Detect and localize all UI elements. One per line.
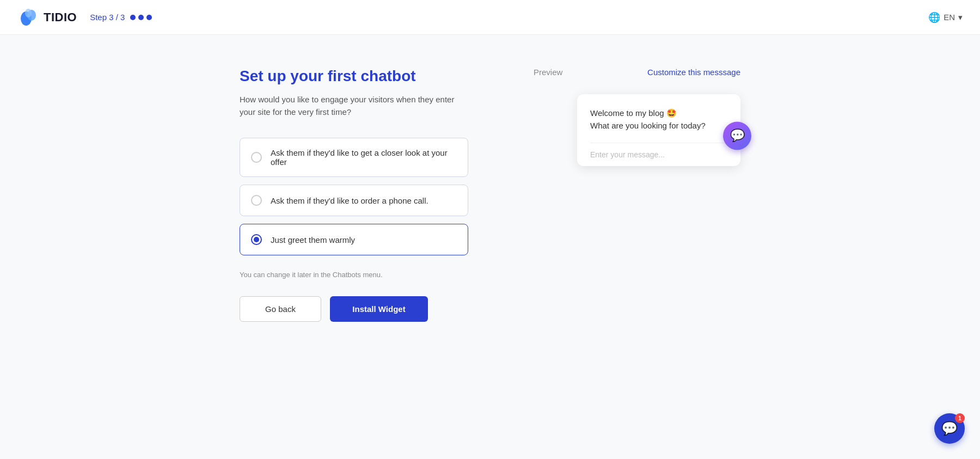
option-card-2[interactable]: Ask them if they'd like to order a phone… bbox=[240, 185, 468, 216]
radio-option-1[interactable] bbox=[251, 152, 262, 163]
floating-chat-button[interactable]: 💬 1 bbox=[934, 413, 965, 444]
tidio-logo-icon bbox=[17, 7, 39, 28]
right-panel: Preview Customize this messsage Welcome … bbox=[534, 68, 740, 322]
main-content: Set up your first chatbot How would you … bbox=[109, 35, 871, 344]
logo-text: TIDIO bbox=[44, 10, 77, 25]
page-subtitle: How would you like to engage your visito… bbox=[240, 94, 468, 118]
chat-message-line2: What are you looking for today? bbox=[590, 121, 706, 130]
page-title: Set up your first chatbot bbox=[240, 68, 468, 85]
chat-input-placeholder: Enter your message... bbox=[590, 150, 665, 159]
option-label-1: Ask them if they'd like to get a closer … bbox=[271, 148, 457, 167]
option-label-3: Just greet them warmly bbox=[271, 235, 355, 244]
step-dot-2 bbox=[138, 15, 144, 20]
language-selector[interactable]: 🌐 EN ▾ bbox=[928, 11, 963, 23]
chat-preview-container: Welcome to my blog 🤩 What are you lookin… bbox=[534, 94, 740, 166]
button-row: Go back Install Widget bbox=[240, 296, 468, 322]
chat-message: Welcome to my blog 🤩 What are you lookin… bbox=[590, 107, 727, 132]
radio-option-3[interactable] bbox=[251, 234, 262, 245]
left-panel: Set up your first chatbot How would you … bbox=[240, 68, 468, 322]
step-dot-1 bbox=[130, 15, 136, 20]
step-indicator: Step 3 / 3 bbox=[90, 13, 152, 22]
install-widget-button[interactable]: Install Widget bbox=[330, 296, 428, 322]
svg-point-2 bbox=[25, 9, 32, 17]
go-back-button[interactable]: Go back bbox=[240, 296, 321, 322]
change-note: You can change it later in the Chatbots … bbox=[240, 271, 468, 279]
option-card-1[interactable]: Ask them if they'd like to get a closer … bbox=[240, 138, 468, 177]
chat-widget-icon: 💬 bbox=[730, 128, 745, 143]
chevron-down-icon: ▾ bbox=[958, 13, 963, 22]
options-list: Ask them if they'd like to get a closer … bbox=[240, 138, 468, 255]
step-dot-3 bbox=[146, 15, 152, 20]
preview-label: Preview bbox=[534, 68, 562, 77]
header: TIDIO Step 3 / 3 🌐 EN ▾ bbox=[0, 0, 980, 35]
logo: TIDIO bbox=[17, 7, 77, 28]
option-card-3[interactable]: Just greet them warmly bbox=[240, 224, 468, 255]
step-dots bbox=[130, 15, 152, 20]
chat-message-line1: Welcome to my blog 🤩 bbox=[590, 108, 677, 118]
header-left: TIDIO Step 3 / 3 bbox=[17, 7, 152, 28]
preview-header: Preview Customize this messsage bbox=[534, 68, 740, 77]
floating-chat-icon: 💬 bbox=[941, 421, 958, 436]
chat-input-area: Enter your message... bbox=[590, 143, 727, 160]
language-label: EN bbox=[944, 13, 955, 22]
globe-icon: 🌐 bbox=[928, 11, 940, 23]
chat-widget-button[interactable]: 💬 bbox=[723, 121, 751, 150]
customize-link[interactable]: Customize this messsage bbox=[647, 68, 740, 77]
floating-chat-badge: 1 bbox=[955, 413, 965, 423]
step-text: Step 3 / 3 bbox=[90, 13, 125, 22]
chat-bubble-box: Welcome to my blog 🤩 What are you lookin… bbox=[577, 94, 740, 166]
option-label-2: Ask them if they'd like to order a phone… bbox=[271, 196, 428, 205]
radio-option-2[interactable] bbox=[251, 195, 262, 206]
